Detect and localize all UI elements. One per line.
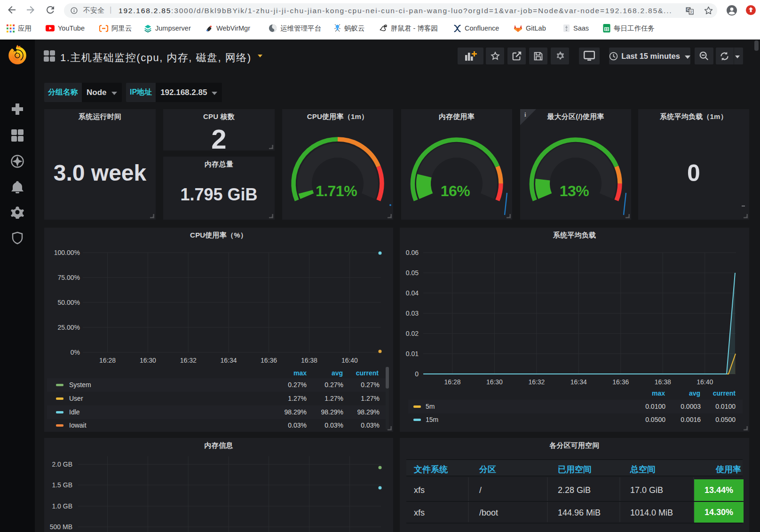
svg-text:文: 文 <box>689 10 693 14</box>
svg-text:16:40: 16:40 <box>697 378 713 386</box>
svg-text:16:38: 16:38 <box>655 378 671 386</box>
svg-text:16:30: 16:30 <box>486 378 503 386</box>
svg-text:16:38: 16:38 <box>301 357 317 364</box>
svg-text:0.05: 0.05 <box>406 269 419 277</box>
svg-text:16:34: 16:34 <box>220 357 237 364</box>
svg-text:16:32: 16:32 <box>180 357 197 364</box>
svg-text:16:40: 16:40 <box>341 357 358 364</box>
svg-text:1.5 GB: 1.5 GB <box>52 481 72 489</box>
svg-text:100.00%: 100.00% <box>54 249 80 256</box>
svg-text:25.00%: 25.00% <box>58 324 80 331</box>
svg-text:16:30: 16:30 <box>140 357 156 364</box>
svg-text:13%: 13% <box>560 183 589 199</box>
svg-text:16:28: 16:28 <box>444 378 460 386</box>
svg-text:75.00%: 75.00% <box>58 274 80 281</box>
svg-text:16:28: 16:28 <box>99 357 116 364</box>
svg-text:50.00%: 50.00% <box>58 299 80 306</box>
svg-text:16:34: 16:34 <box>570 378 587 386</box>
svg-text:0%: 0% <box>71 349 80 356</box>
svg-text:1.0 GB: 1.0 GB <box>52 502 72 510</box>
svg-text:0: 0 <box>415 370 419 378</box>
svg-text:2.0 GB: 2.0 GB <box>52 461 72 468</box>
svg-text:0.01: 0.01 <box>406 350 419 357</box>
svg-text:16%: 16% <box>441 183 470 199</box>
svg-text:0.02: 0.02 <box>406 330 419 337</box>
svg-text:0.03: 0.03 <box>406 310 419 317</box>
svg-text:0.06: 0.06 <box>406 249 419 256</box>
svg-text:16:32: 16:32 <box>528 378 545 386</box>
svg-text:0.04: 0.04 <box>406 289 419 297</box>
svg-text:500 MB: 500 MB <box>50 523 72 531</box>
svg-text:16:36: 16:36 <box>612 378 629 386</box>
svg-text:16:36: 16:36 <box>261 357 277 364</box>
svg-text:1.71%: 1.71% <box>316 183 357 199</box>
